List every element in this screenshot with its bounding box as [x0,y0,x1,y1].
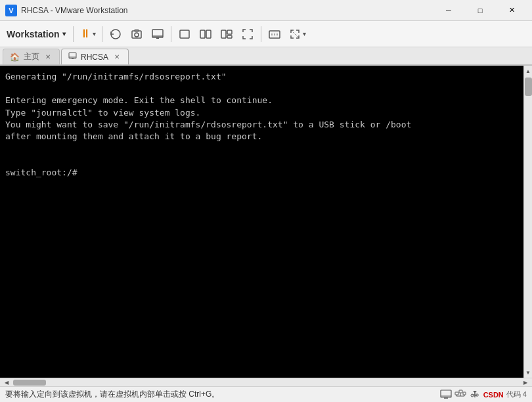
scroll-down-arrow[interactable]: ▼ [524,367,533,378]
scroll-left-arrow[interactable]: ◀ [1,378,12,387]
send-ctrlaltdel-button[interactable] [265,24,284,44]
scroll-thumb-bottom[interactable] [13,380,46,386]
workstation-menu-button[interactable]: Workstation ▾ [3,24,70,45]
toolbar-separator-3 [171,26,171,42]
svg-rect-10 [206,30,211,38]
svg-rect-25 [455,392,458,395]
rhcsa-tab-close[interactable]: ✕ [112,53,122,62]
tab-bar: 🏠 主页 ✕ RHCSA ✕ [0,47,532,66]
view-normal-button[interactable] [175,24,194,44]
status-icons: CSDN 代码 4 [440,390,527,400]
snapshot-revert-button[interactable] [106,24,125,44]
home-tab-label: 主页 [24,51,39,62]
svg-marker-34 [473,391,477,393]
status-message: 要将输入定向到该虚拟机，请在虚拟机内部单击或按 Ctrl+G。 [5,389,435,400]
pause-icon: ⏸ [79,27,91,41]
scroll-right-arrow[interactable]: ▶ [520,378,531,387]
home-tab-icon: 🏠 [10,53,20,62]
view-fullscreen-button[interactable] [238,24,257,44]
terminal-container: Generating "/run/initramfs/rdsosreport.t… [0,66,532,386]
view-fullscreen-icon [241,28,254,41]
close-button[interactable]: ✕ [497,3,527,18]
svg-rect-8 [180,30,189,38]
toolbar-separator-2 [102,26,102,42]
code-label: 代码 4 [506,390,527,399]
csdn-label: CSDN [483,391,504,399]
svg-rect-13 [227,35,232,38]
snapshot-revert-icon [109,28,122,41]
rhcsa-tab-label: RHCSA [81,53,108,62]
scrollbar-right[interactable]: ▲ ▼ [523,66,532,378]
snapshot-icon-button[interactable] [127,24,146,44]
view-split-button[interactable] [196,24,215,44]
scrollbar-bottom[interactable]: ◀ ▶ [0,378,532,386]
minimize-button[interactable]: ─ [433,3,464,18]
terminal-content: Generating "/run/initramfs/rdsosreport.t… [5,71,518,179]
workstation-dropdown-arrow: ▾ [62,30,66,37]
pause-button[interactable]: ⏸ ▾ [77,24,99,44]
snapshot-icon [130,28,143,41]
usb-status-icon[interactable] [469,390,481,400]
rhcsa-tab-icon [68,52,77,62]
svg-rect-12 [227,30,232,34]
pause-dropdown-arrow: ▾ [93,30,96,37]
workstation-label: Workstation [7,29,60,39]
svg-point-3 [135,33,139,37]
status-bar: 要将输入定向到该虚拟机，请在虚拟机内部单击或按 Ctrl+G。 [0,386,532,402]
home-tab-close[interactable]: ✕ [43,53,53,62]
svg-rect-11 [221,30,226,38]
svg-rect-27 [463,392,466,395]
view-fit-button[interactable]: ▾ [286,24,309,44]
vm-terminal[interactable]: Generating "/run/initramfs/rdsosreport.t… [0,66,523,378]
scroll-thumb-right[interactable] [525,78,532,96]
svg-text:V: V [9,7,14,14]
send-ctrlaltdel-icon [268,28,281,41]
title-bar: V RHCSA - VMware Workstation ─ □ ✕ [0,0,532,21]
usb-icon [469,390,481,400]
view-tab-icon [220,28,233,41]
svg-rect-9 [200,30,205,38]
toolbar-separator-1 [73,26,74,42]
maximize-button[interactable]: □ [465,3,495,18]
terminal-row: Generating "/run/initramfs/rdsosreport.t… [0,66,532,378]
view-fit-dropdown-arrow: ▾ [303,30,306,37]
scroll-up-arrow[interactable]: ▲ [524,66,533,76]
toolbar: Workstation ▾ ⏸ ▾ [0,21,532,47]
monitor-icon [440,390,452,400]
toolbar-separator-4 [261,26,261,42]
svg-line-18 [291,30,299,38]
network-icon [454,390,466,400]
vm-settings-icon [151,28,164,41]
svg-rect-26 [459,390,462,393]
tab-rhcsa[interactable]: RHCSA ✕ [61,49,129,64]
view-split-icon [199,28,212,41]
view-tab-button[interactable] [217,24,236,44]
tab-home[interactable]: 🏠 主页 ✕ [3,49,60,64]
app-icon: V [5,5,17,16]
network-status-icon[interactable] [454,390,466,400]
view-normal-icon [178,28,191,41]
vm-settings-button[interactable] [148,24,167,44]
window-controls: ─ □ ✕ [433,3,527,18]
vm-icon-status[interactable] [440,390,452,400]
view-fit-icon [288,28,301,41]
svg-rect-19 [69,53,76,58]
window-title: RHCSA - VMware Workstation [21,6,433,15]
